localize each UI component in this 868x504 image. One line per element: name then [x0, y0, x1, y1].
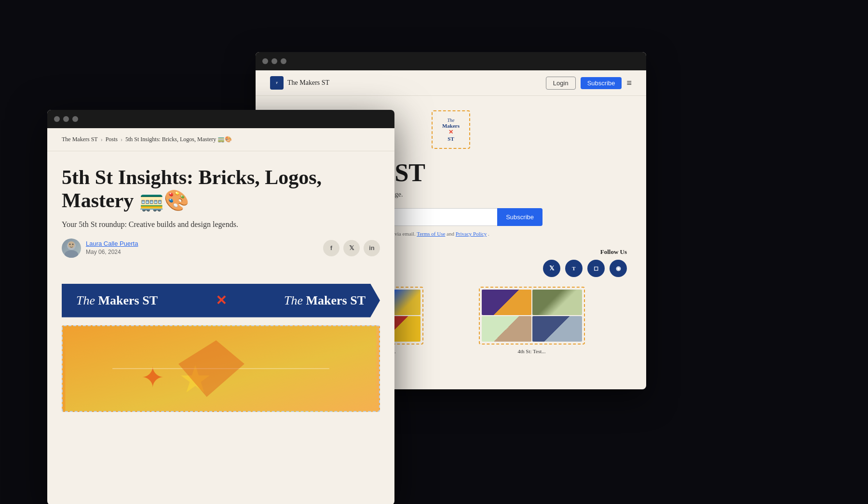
back-window-nav: T The Makers ST Login Subscribe ≡	[256, 70, 646, 96]
thumb-img-2b	[532, 290, 582, 315]
article-title-line2: Mastery 🚃🎨	[62, 189, 189, 212]
breadcrumb-home[interactable]: The Makers ST	[62, 136, 98, 143]
logo-icon: T	[270, 76, 284, 90]
article-body: 5th St Insights: Bricks, Logos, Mastery …	[47, 151, 394, 279]
article-title-line1: 5th St Insights: Bricks, Logos,	[62, 166, 322, 188]
front-window: The Makers ST › Posts › 5th St Insights:…	[47, 110, 394, 504]
author-left: Laura Calle Puerta May 06, 2024	[62, 239, 138, 258]
thumb-img-2c	[482, 316, 531, 342]
logo-area: T The Makers ST	[270, 76, 329, 90]
makers-logo-box: The Makers ✕ ST	[432, 110, 470, 149]
titlebar-dot-1	[262, 58, 268, 64]
author-avatar	[62, 239, 81, 258]
instagram-icon[interactable]: ◻	[587, 260, 605, 277]
banner-right-bold: Makers ST	[303, 293, 366, 307]
avatar-illustration	[62, 239, 81, 258]
thumb-stamp-2[interactable]	[479, 287, 585, 345]
back-window-titlebar	[256, 52, 646, 70]
login-button[interactable]: Login	[546, 77, 576, 90]
author-info: Laura Calle Puerta May 06, 2024	[86, 240, 138, 256]
breadcrumb-current: 5th St Insights: Bricks, Logos, Mastery …	[125, 136, 232, 143]
breadcrumb-sep-1: ›	[101, 136, 103, 143]
banner-cross: ✕	[216, 292, 227, 308]
article-subtitle: Your 5th St roundup: Creative builds and…	[62, 220, 380, 229]
front-window-content: The Makers ST › Posts › 5th St Insights:…	[47, 128, 394, 412]
and-text: and	[447, 231, 454, 237]
share-twitter[interactable]: 𝕏	[343, 240, 360, 256]
card-illustration: ★ ✦	[63, 326, 379, 411]
breadcrumb: The Makers ST › Posts › 5th St Insights:…	[47, 128, 394, 151]
author-name[interactable]: Laura Calle Puerta	[86, 240, 138, 247]
logo-st: ST	[448, 136, 454, 142]
logo-makers: Makers	[442, 123, 460, 129]
article-title: 5th St Insights: Bricks, Logos, Mastery …	[62, 166, 380, 212]
front-window-titlebar	[47, 110, 394, 128]
banner-left: The Makers ST	[76, 293, 158, 308]
share-linkedin[interactable]: in	[364, 240, 380, 256]
front-dot-1	[54, 116, 60, 122]
front-dot-3	[72, 116, 78, 122]
front-dot-2	[63, 116, 69, 122]
thumb-img-2d	[532, 316, 582, 342]
author-date: May 06, 2024	[86, 249, 121, 255]
author-row: Laura Calle Puerta May 06, 2024 f 𝕏 in	[62, 239, 380, 258]
article-banner: The Makers ST ✕ The Makers ST	[62, 284, 380, 318]
breadcrumb-sep-2: ›	[121, 136, 122, 143]
site-name: The Makers ST	[287, 79, 329, 87]
article-card-preview: ★ ✦	[62, 325, 380, 412]
thumb-caption-2: 4th St: Test...	[517, 348, 545, 354]
subscribe-nav-button[interactable]: Subscribe	[581, 77, 622, 89]
share-icons: f 𝕏 in	[323, 240, 380, 256]
logo-x: ✕	[448, 129, 453, 136]
svg-point-4	[72, 243, 74, 245]
subscribe-button[interactable]: Subscribe	[497, 208, 542, 226]
svg-point-2	[68, 241, 75, 248]
breadcrumb-posts[interactable]: Posts	[106, 136, 118, 143]
svg-text:✦: ✦	[141, 362, 164, 393]
rss-icon[interactable]: ◉	[610, 260, 627, 277]
nav-right: Login Subscribe ≡	[546, 77, 632, 90]
svg-point-3	[69, 243, 71, 245]
terms-link[interactable]: Terms of Use	[417, 231, 445, 237]
banner-right: The Makers ST	[284, 293, 366, 308]
share-facebook[interactable]: f	[323, 240, 339, 256]
svg-point-1	[65, 250, 78, 258]
titlebar-dot-3	[281, 58, 286, 64]
consent-dot: .	[488, 231, 489, 237]
thumb-group-2: 4th St: Test...	[456, 287, 608, 354]
privacy-link[interactable]: Privacy Policy	[456, 231, 487, 237]
twitter-icon[interactable]: 𝕏	[543, 260, 560, 277]
hamburger-menu[interactable]: ≡	[626, 78, 632, 88]
thumb-img-2a	[482, 290, 531, 315]
tiktok-icon[interactable]: T	[565, 260, 583, 277]
titlebar-dot-2	[271, 58, 277, 64]
logo-the: The	[448, 118, 455, 123]
banner-left-bold: Makers ST	[95, 293, 158, 307]
